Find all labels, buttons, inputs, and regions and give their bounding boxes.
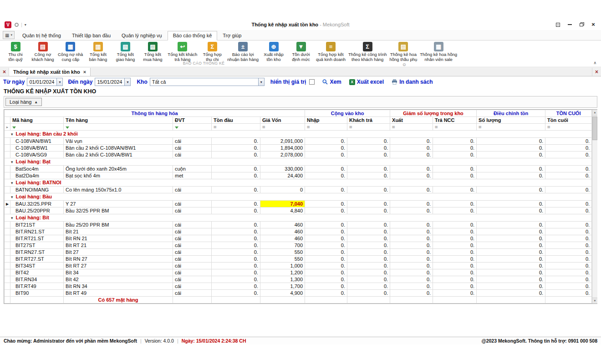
cell-nhap[interactable]: 0. [305,166,347,172]
cell-dvt[interactable]: cái [173,235,212,242]
cell-ton-cuoi[interactable]: 0. [545,276,592,283]
cell-gia-von[interactable]: 1,700 [260,283,305,290]
menu-tab-thiet-lap-ban-dau[interactable]: Thiết lập ban đầu [66,31,116,40]
cell-ma-hang[interactable]: C-108VAN/BW1 [10,138,64,145]
cell-so-luong[interactable]: 0. [477,256,545,263]
cell-nhap[interactable]: 0. [305,172,347,179]
filter-cell-gia-von[interactable]: = [260,124,305,131]
cell-gia-von[interactable]: 550 [260,249,305,256]
ribbon-button-tong-ket-khach-tra-hang[interactable]: ↩Tổng kết khách trả hàng [166,41,199,63]
cell-so-luong[interactable]: 0. [477,242,545,249]
cell-ton-dau[interactable]: 0. [212,283,260,290]
tabstrip-close-left-button[interactable]: × [0,68,9,76]
cell-xuat[interactable]: 0. [390,256,433,263]
group-row[interactable]: ▾Loại hàng: Bầu [5,193,592,201]
tab-close-icon[interactable]: × [83,69,86,75]
ribbon-button-tong-hop-thu-chi[interactable]: ΣTổng hợp thu chi [199,41,226,63]
cell-nhap[interactable]: 0. [305,145,347,152]
menu-tab-tro-giup[interactable]: Trợ giúp [217,31,247,40]
cell-xuat[interactable]: 0. [390,145,433,152]
cell-ton-cuoi[interactable]: 0. [545,166,592,172]
cell-ten-hang[interactable]: Bít RN 27 [64,256,173,263]
cell-so-luong[interactable]: 0. [477,228,545,235]
table-row[interactable]: BIT.RT21.STBít RN 21cái0.4600.0.0.0.0.0. [5,235,592,242]
column-header-gia-von[interactable]: Giá Vốn [260,117,305,124]
cell-gia-von[interactable]: 460 [260,228,305,235]
filter-cell-ma-hang[interactable] [10,124,64,131]
cell-ma-hang[interactable]: BATNOIMANG [10,187,64,193]
cell-ten-hang[interactable]: Ống lưới dẻo xanh 20x45m [64,166,173,172]
ribbon-button-tong-ket-mua-hang[interactable]: ▨Tổng kết mua hàng [139,41,166,63]
cell-gia-von[interactable]: 460 [260,222,305,228]
collapse-triangle-icon[interactable]: ▾ [11,159,13,165]
cell-ten-hang[interactable]: Vải vụn [64,138,173,145]
table-row[interactable]: BIT27STBít RT 21cái0.7000.0.0.0.0.0. [5,242,592,249]
cell-nhap[interactable]: 0. [305,290,347,297]
group-row[interactable]: ▾Loại hàng: BATNOI [5,179,592,187]
cell-ma-hang[interactable]: BIT.RT21.ST [10,235,64,242]
cell-ma-hang[interactable]: BIT21ST [10,222,64,228]
ribbon-button-thong-ke-cong-trinh-theo-khach-hang[interactable]: ΣThống kê công trình theo khách hàng [347,41,388,63]
cell-tra-ncc[interactable]: 0. [433,201,477,207]
table-row[interactable]: BIT90Bít RT 49cái0.4,9000.0.0.0.0.0. [5,290,592,297]
column-header-ton-dau[interactable]: Tồn đầu [212,117,260,124]
cell-xuat[interactable]: 0. [390,207,433,214]
cell-tra-ncc[interactable]: 0. [433,207,477,214]
cell-ton-cuoi[interactable]: 0. [545,152,592,158]
cell-tra-ncc[interactable]: 0. [433,242,477,249]
cell-nhap[interactable]: 0. [305,201,347,207]
cell-tra-ncc[interactable]: 0. [433,138,477,145]
cell-so-luong[interactable]: 0. [477,269,545,276]
cell-ma-hang[interactable]: BIT.RT49 [10,283,64,290]
cell-tra-ncc[interactable]: 0. [433,166,477,172]
filter-cell-ten-hang[interactable] [64,124,173,131]
column-header-so-luong[interactable]: Số lượng [477,117,545,124]
filter-cell-dvt[interactable] [173,124,212,131]
table-row[interactable]: BIT21STBầu 25/20 PPR BMcái0.4600.0.0.0.0… [5,222,592,228]
cell-ton-cuoi[interactable]: 0. [545,242,592,249]
cell-khach-tra[interactable]: 0. [347,283,390,290]
cell-ton-cuoi[interactable]: 0. [545,138,592,145]
cell-ton-cuoi[interactable]: 0. [545,172,592,179]
cell-nhap[interactable]: 0. [305,152,347,158]
minimize-button[interactable] [566,21,573,28]
cell-khach-tra[interactable]: 0. [347,172,390,179]
collapse-triangle-icon[interactable]: ▾ [11,131,13,137]
cell-ton-cuoi[interactable]: 0. [545,222,592,228]
filter-cell-so-luong[interactable]: = [477,124,545,131]
cell-so-luong[interactable]: 0. [477,152,545,158]
cell-dvt[interactable]: cuộn [173,166,212,172]
cell-xuat[interactable]: 0. [390,263,433,269]
cell-ton-dau[interactable]: 0. [212,172,260,179]
cell-tra-ncc[interactable]: 0. [433,187,477,193]
cell-so-luong[interactable]: 0. [477,222,545,228]
cell-khach-tra[interactable]: 0. [347,201,390,207]
cell-xuat[interactable]: 0. [390,166,433,172]
cell-so-luong[interactable]: 0. [477,201,545,207]
ribbon-button-tong-hop-ket-qua-kinh-doanh[interactable]: ≡Tổng hợp kết quả kinh doanh [315,41,347,63]
filter-cell-khach-tra[interactable]: = [347,124,390,131]
cell-tra-ncc[interactable]: 0. [433,276,477,283]
filter-cell-xuat[interactable]: = [390,124,433,131]
cell-ten-hang[interactable]: Bầu 32/25 PPR BM [64,207,173,214]
group-dialog-launcher-icon[interactable]: ⊙ [402,62,406,67]
column-header-khach-tra[interactable]: Khách trả [347,117,390,124]
cell-ton-dau[interactable]: 0. [212,290,260,297]
cell-xuat[interactable]: 0. [390,152,433,158]
cell-tra-ncc[interactable]: 0. [433,235,477,242]
ribbon-button-cong-no-nha-cung-cap[interactable]: ▦Công nợ nhà cung cấp [56,41,84,63]
cell-xuat[interactable]: 0. [390,138,433,145]
quick-access-circle-icon[interactable] [15,23,19,27]
group-row[interactable]: ▾Loại hàng: Bàn cầu 2 khối [5,131,592,138]
cell-xuat[interactable]: 0. [390,228,433,235]
cell-ten-hang[interactable]: Bàn cầu 2 khối C-108VA/BW1 [64,152,173,158]
cell-ten-hang[interactable]: Bạt sọc khổ 4m [64,172,173,179]
cell-gia-von[interactable]: 1,300 [260,276,305,283]
cell-dvt[interactable]: cái [173,138,212,145]
app-logo-icon[interactable]: V [5,21,11,28]
cell-ton-dau[interactable]: 0. [212,276,260,283]
table-row[interactable]: BatSoc4mỐng lưới dẻo xanh 20x45mcuộn0.33… [5,166,592,172]
table-row[interactable]: BAU.25/20PPRBầu 32/25 PPR BMcái0.4,8400.… [5,207,592,214]
ribbon-button-cong-no-khach-hang[interactable]: ▤Công nợ khách hàng [29,41,56,63]
from-date-input[interactable]: 01/01/2024 ▼ [27,78,63,86]
